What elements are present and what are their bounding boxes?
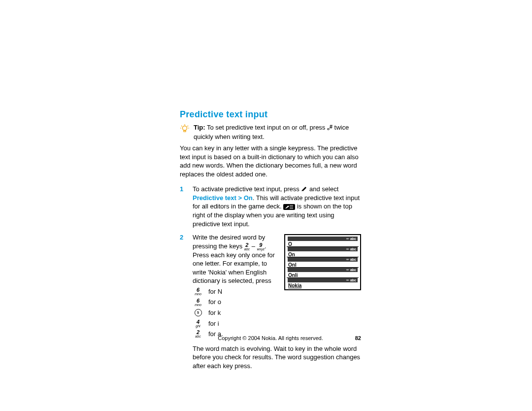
section-heading: Predictive text input [180,108,361,120]
key-for-label: for N [208,287,222,296]
step-body: To activate predictive text input, press… [193,185,361,229]
lightbulb-icon [180,124,190,141]
screen-row: ✏abcOnli [287,268,359,278]
screen-row: ✏abcOn [287,247,359,257]
key-for-label: for o [208,298,221,307]
step-body: Write the desired word by pressing the k… [193,233,361,376]
phone-screen-illustration: ✏abcO✏abcOn✏abcOnl✏abcOnli✏abcNokia [284,234,361,290]
tip-text: Tip: To set predictive text input on or … [194,123,361,141]
screen-row: ✏abcO [287,237,359,247]
list-item: 5for k [193,308,279,317]
pen-icon [301,185,307,194]
screen-row: ✏abcNokia [287,278,359,288]
menu-path-link: Predictive text > On [193,194,253,202]
key-sequence-list: 6mnofor N6mnofor o5for k4ghifor i2abcfor… [193,287,279,339]
list-item: 6mnofor o [193,298,279,307]
tip-before: To set predictive text input on or off, … [205,124,327,131]
phone-key-icon: 6mno [195,287,201,296]
manual-page: Predictive text input Tip: To set predic… [0,0,532,411]
step-number: 1 [180,185,186,229]
key-for-label: for k [208,308,221,317]
list-item: 2 Write the desired word by pressing the… [180,233,361,376]
indicator-icon [283,204,295,210]
phone-key-icon: 5 [195,309,202,316]
key-9-icon: 9wxyz [257,242,265,251]
tip-block: Tip: To set predictive text input on or … [180,123,361,141]
list-item: 6mnofor N [193,287,279,296]
closing-paragraph: The word match is evolving. Wait to key … [193,344,361,371]
intro-paragraph: You can key in any letter with a single … [180,144,361,178]
svg-line-3 [188,126,189,127]
tip-label: Tip: [194,124,205,131]
phone-key-icon: 4ghi [196,319,200,328]
phone-key-icon: 6mno [195,298,201,307]
page-number: 82 [355,335,361,342]
step-number: 2 [180,233,186,376]
list-item: 4ghifor i [193,319,279,328]
svg-line-2 [181,126,182,127]
hash-key-icon: o# [327,123,332,132]
copyright-footer: Copyright © 2004 Nokia. All rights reser… [180,335,361,342]
key-for-label: for i [208,319,219,328]
typed-text: Nokia [288,282,358,290]
svg-point-0 [183,126,187,131]
steps-list: 1 To activate predictive text input, pre… [180,185,361,377]
list-item: 1 To activate predictive text input, pre… [180,185,361,229]
key-2-icon: 2abc [244,242,250,251]
screen-row: ✏abcOnl [287,257,359,268]
